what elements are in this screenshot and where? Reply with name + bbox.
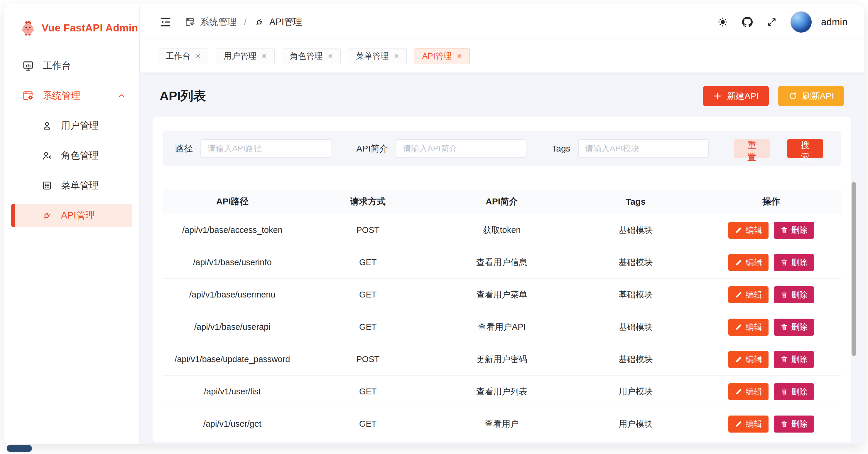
api-tags: 用户模块 — [569, 418, 702, 430]
api-summary: 查看用户API — [434, 321, 569, 333]
api-path: /api/v1/user/list — [163, 387, 302, 396]
close-icon[interactable]: × — [457, 52, 462, 60]
column-header-actions: 操作 — [702, 196, 841, 208]
delete-label: 删除 — [791, 386, 808, 397]
api-summary: 查看用户菜单 — [434, 289, 569, 301]
github-icon[interactable] — [742, 17, 753, 28]
sidebar-item-label: API管理 — [61, 209, 95, 222]
api-method: GET — [302, 322, 434, 332]
delete-label: 删除 — [791, 419, 808, 430]
tags-filter-input[interactable] — [578, 139, 709, 158]
trash-icon — [780, 291, 788, 299]
api-method: POST — [302, 225, 434, 235]
table-row: /api/v1/base/update_password POST 更新用户密码… — [163, 343, 841, 376]
close-icon[interactable]: × — [328, 52, 333, 60]
edit-button[interactable]: 编辑 — [728, 254, 769, 271]
trash-icon — [780, 355, 788, 363]
close-icon[interactable]: × — [196, 52, 200, 60]
row-actions: 编辑 删除 — [702, 254, 841, 271]
fullscreen-icon[interactable] — [767, 17, 777, 27]
trash-icon — [780, 258, 788, 266]
tab-roles[interactable]: 角色管理 × — [282, 48, 341, 64]
reset-button[interactable]: 重置 — [734, 139, 770, 158]
delete-button[interactable]: 删除 — [774, 383, 814, 400]
api-plug-icon — [254, 17, 265, 27]
row-actions: 编辑 删除 — [702, 222, 841, 239]
scrollbar-thumb[interactable] — [851, 182, 856, 356]
tab-api[interactable]: API管理 × — [414, 48, 470, 64]
delete-button[interactable]: 删除 — [774, 319, 814, 336]
plus-icon — [713, 91, 722, 101]
row-actions: 编辑 删除 — [702, 383, 841, 400]
tab-label: 角色管理 — [290, 51, 323, 62]
top-right-tools: admin — [717, 11, 847, 33]
edit-label: 编辑 — [746, 419, 762, 430]
api-tags: 用户模块 — [569, 386, 702, 398]
edit-label: 编辑 — [746, 386, 762, 397]
app-logo[interactable]: Vue FastAPI Admin — [4, 4, 140, 50]
sidebar-item-workbench[interactable]: 工作台 — [11, 54, 132, 78]
tab-menus[interactable]: 菜单管理 × — [348, 48, 407, 64]
tab-users[interactable]: 用户管理 × — [216, 48, 274, 64]
pencil-icon — [735, 420, 743, 428]
user-icon — [42, 120, 52, 131]
delete-button[interactable]: 删除 — [774, 222, 814, 239]
api-method: POST — [302, 354, 434, 364]
trash-icon — [780, 226, 788, 234]
delete-button[interactable]: 删除 — [774, 254, 814, 271]
delete-button[interactable]: 删除 — [774, 351, 814, 368]
system-settings-icon — [185, 17, 195, 27]
tags-filter-label: Tags — [552, 144, 570, 153]
tab-workbench[interactable]: 工作台 × — [158, 48, 208, 64]
edit-label: 编辑 — [746, 257, 762, 268]
delete-button[interactable]: 删除 — [774, 286, 814, 303]
edit-label: 编辑 — [746, 354, 762, 365]
menu-list-icon — [42, 180, 52, 191]
summary-filter-input[interactable] — [396, 139, 527, 158]
pencil-icon — [735, 323, 743, 331]
sidebar-item-roles[interactable]: 角色管理 — [11, 144, 132, 167]
create-api-button[interactable]: 新建API — [703, 86, 769, 106]
username[interactable]: admin — [821, 17, 847, 28]
close-icon[interactable]: × — [262, 52, 267, 60]
edit-button[interactable]: 编辑 — [728, 351, 769, 368]
sidebar-item-menus[interactable]: 菜单管理 — [11, 174, 132, 197]
api-path: /api/v1/base/update_password — [163, 354, 302, 364]
theme-toggle-icon[interactable] — [717, 17, 728, 28]
page-actions: 新建API 刷新API — [703, 86, 844, 106]
table-row: /api/v1/user/get GET 查看用户 用户模块 编辑 删除 — [163, 408, 841, 440]
delete-button[interactable]: 删除 — [774, 416, 814, 432]
row-actions: 编辑 删除 — [702, 416, 841, 432]
tab-label: API管理 — [422, 51, 452, 62]
breadcrumb-item-system[interactable]: 系统管理 — [185, 16, 237, 28]
row-actions: 编辑 删除 — [702, 286, 841, 303]
filter-bar: 路径 API简介 Tags 重置 搜索 — [163, 131, 841, 166]
trash-icon — [780, 420, 788, 428]
sidebar-item-users[interactable]: 用户管理 — [11, 114, 132, 137]
edit-button[interactable]: 编辑 — [728, 222, 769, 239]
collapse-sidebar-icon[interactable] — [159, 16, 172, 28]
trash-icon — [780, 323, 788, 331]
app-window: Vue FastAPI Admin 工作台 系统管理 用户管理 角色管理 — [4, 4, 864, 444]
close-icon[interactable]: × — [394, 52, 399, 60]
api-path: /api/v1/user/get — [163, 419, 302, 429]
edit-button[interactable]: 编辑 — [728, 319, 769, 336]
api-path: /api/v1/base/userinfo — [163, 258, 302, 267]
edit-button[interactable]: 编辑 — [728, 286, 769, 303]
breadcrumb-item-api[interactable]: API管理 — [254, 16, 302, 28]
edit-button[interactable]: 编辑 — [728, 383, 769, 400]
refresh-api-button[interactable]: 刷新API — [778, 86, 844, 106]
sidebar-item-api[interactable]: API管理 — [11, 204, 132, 227]
sidebar: Vue FastAPI Admin 工作台 系统管理 用户管理 角色管理 — [4, 4, 140, 444]
column-header-tags: Tags — [569, 197, 702, 207]
path-filter-input[interactable] — [200, 139, 331, 158]
avatar[interactable] — [790, 11, 812, 33]
delete-label: 删除 — [791, 289, 808, 301]
sidebar-item-system[interactable]: 系统管理 — [11, 84, 132, 108]
edit-button[interactable]: 编辑 — [728, 416, 769, 432]
refresh-api-label: 刷新API — [802, 90, 834, 102]
edit-label: 编辑 — [746, 225, 762, 236]
api-summary: 更新用户密码 — [434, 353, 569, 365]
search-button[interactable]: 搜索 — [787, 139, 823, 158]
tab-label: 用户管理 — [224, 51, 256, 62]
